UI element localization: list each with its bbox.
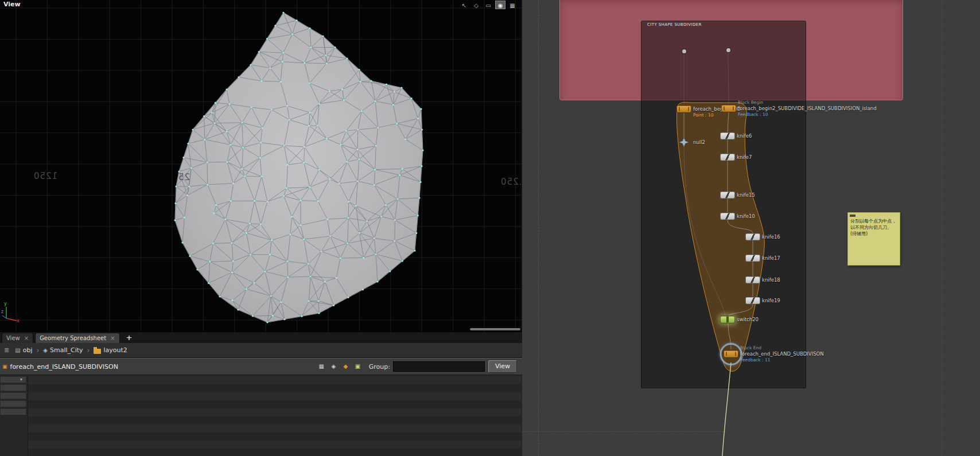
geo-node-icon: ◈	[43, 347, 48, 353]
sticky-note[interactable]: 分别以每个点为中点，以不同方向切几刀。(待辅用)	[847, 212, 900, 266]
null-node-icon	[679, 137, 689, 147]
view-button[interactable]: View	[488, 360, 517, 373]
lasso-select-icon[interactable]: ◇	[471, 1, 481, 9]
viewport-scrollbar[interactable]	[470, 328, 520, 330]
node-label: switch20	[737, 317, 759, 322]
tab-view[interactable]: View ×	[2, 333, 33, 343]
scene-viewport[interactable]: View ↖◇▭◉▦ 1250 25 1250 y x z	[0, 0, 521, 332]
breadcrumb-separator: ›	[87, 346, 91, 354]
group-label: Group:	[369, 363, 390, 371]
folder-icon	[94, 349, 101, 354]
node-label: knife17	[762, 255, 780, 261]
spreadsheet-header-cell[interactable]	[0, 400, 26, 407]
path-history-icon[interactable]: ≣	[2, 346, 11, 354]
knife-node-icon	[720, 213, 735, 220]
axis-z-label: z	[1, 309, 3, 314]
foreach-node-icon	[676, 106, 691, 113]
grid-coordinate-label: 1250	[33, 171, 57, 181]
node-label: knife19	[762, 298, 780, 303]
axis-y-label: y	[4, 301, 7, 306]
add-tab-button[interactable]: +	[124, 333, 135, 343]
group-select-icons: ▦◈◆▣	[317, 362, 363, 371]
tab-geometry-spreadsheet[interactable]: Geometry Spreadsheet ×	[35, 333, 119, 343]
knife-node-icon	[745, 276, 760, 284]
tab-close-icon[interactable]: ×	[110, 335, 115, 341]
pointer-select-icon[interactable]: ↖	[459, 1, 469, 9]
select-group-icon[interactable]: ◈	[329, 362, 339, 371]
spreadsheet-header-cell[interactable]	[0, 376, 26, 383]
knife-node-icon	[745, 255, 760, 262]
node-over-label: Block Begin	[738, 100, 763, 105]
grid-coordinate-label: 1250	[500, 177, 521, 187]
breadcrumb-small-city[interactable]: ◈ Small_City	[40, 345, 85, 355]
viewport-title: View	[3, 1, 21, 8]
node-label: knife16	[762, 234, 780, 240]
select-geometry-icon[interactable]: ▦	[317, 362, 326, 371]
breadcrumb-layout2[interactable]: layout2	[91, 345, 130, 355]
sticky-note-text: 分别以每个点为中点，以不同方向切几刀。(待辅用)	[848, 218, 900, 237]
node-badge-icon: ▣	[2, 364, 7, 369]
marquee-select-icon[interactable]: ▭	[483, 1, 493, 9]
viewport-canvas[interactable]	[0, 0, 521, 332]
tab-close-icon[interactable]: ×	[24, 335, 29, 341]
knife-node-icon	[745, 233, 760, 241]
geometry-spreadsheet[interactable]: ▾	[0, 375, 522, 456]
node-label: knife10	[737, 213, 755, 219]
network-path-bar: ≣ ▤ obj › ◈ Small_City › layout2	[0, 343, 522, 358]
node-sub-label: Feedback : 11	[740, 357, 771, 363]
axis-x-label: x	[17, 318, 20, 322]
node-label: knife18	[762, 277, 780, 283]
knife-node-icon	[745, 297, 760, 305]
left-pane: View ↖◇▭◉▦ 1250 25 1250 y x z View × Geo…	[0, 0, 522, 456]
node-label: knife15	[737, 192, 755, 198]
viewport-toolbar: ↖◇▭◉▦	[459, 1, 518, 9]
spreadsheet-header-cell[interactable]	[0, 408, 26, 415]
breadcrumb-obj[interactable]: ▤ obj	[12, 345, 35, 355]
current-node-name: foreach_end_ISLAND_SUBDIVISON	[10, 363, 118, 371]
primitive-group-icon[interactable]: ◆	[341, 362, 351, 371]
network-editor[interactable]: CITY SHAPE SUBDIVIDER foreach_begin2_NOP…	[522, 0, 980, 456]
layout-grid-icon[interactable]: ▦	[507, 1, 518, 9]
snap-mode-icon[interactable]: ◉	[495, 1, 505, 9]
knife-node-icon	[720, 192, 735, 199]
knife-node-icon	[720, 154, 735, 161]
switch-node-icon	[720, 316, 735, 324]
node-label: foreach_end_ISLAND_SUBDIVISON	[740, 351, 824, 357]
node-label: knife7	[737, 154, 752, 160]
breadcrumb-layout2-label: layout2	[103, 346, 127, 354]
breadcrumb-separator: ›	[36, 346, 40, 354]
spreadsheet-rows	[28, 376, 521, 456]
spreadsheet-row-headers	[0, 376, 26, 416]
node-sub-label: Point : 10	[693, 112, 713, 118]
breadcrumb-small-city-label: Small_City	[50, 346, 83, 354]
foreach-node-icon	[721, 105, 736, 112]
spreadsheet-header-cell[interactable]	[0, 384, 26, 391]
spreadsheet-header-cell[interactable]	[0, 392, 26, 399]
tab-view-label: View	[6, 335, 20, 341]
pane-tabbar: View × Geometry Spreadsheet × +	[0, 332, 522, 343]
group-input[interactable]	[393, 361, 485, 372]
node-over-label: Block End	[740, 345, 761, 350]
point-group-icon[interactable]: ▣	[353, 362, 363, 371]
node-label: knife6	[737, 133, 752, 139]
node-label: null2	[693, 139, 705, 145]
column-dropdown-icon[interactable]: ▾	[20, 377, 22, 382]
node-sub-label: Feedback : 10	[738, 112, 768, 117]
tab-geometry-spreadsheet-label: Geometry Spreadsheet	[40, 335, 106, 341]
obj-level-icon: ▤	[15, 347, 20, 353]
sticky-collapse-icon[interactable]	[850, 215, 855, 217]
node-label: foreach_begin2_SUBDIVIDE_ISLAND_SUBDIVIS…	[738, 106, 877, 111]
nodes-layer: foreach_begin2_NOPoint : 10Block Beginfo…	[522, 0, 980, 456]
breadcrumb-obj-label: obj	[23, 346, 33, 354]
foreach_end-node-icon	[724, 350, 738, 358]
axis-gizmo: y x z	[1, 299, 21, 322]
grid-coordinate-label: 25	[178, 172, 190, 182]
knife-node-icon	[720, 132, 735, 140]
spreadsheet-control-bar: ▣ foreach_end_ISLAND_SUBDIVISON ▦◈◆▣ Gro…	[0, 358, 522, 375]
